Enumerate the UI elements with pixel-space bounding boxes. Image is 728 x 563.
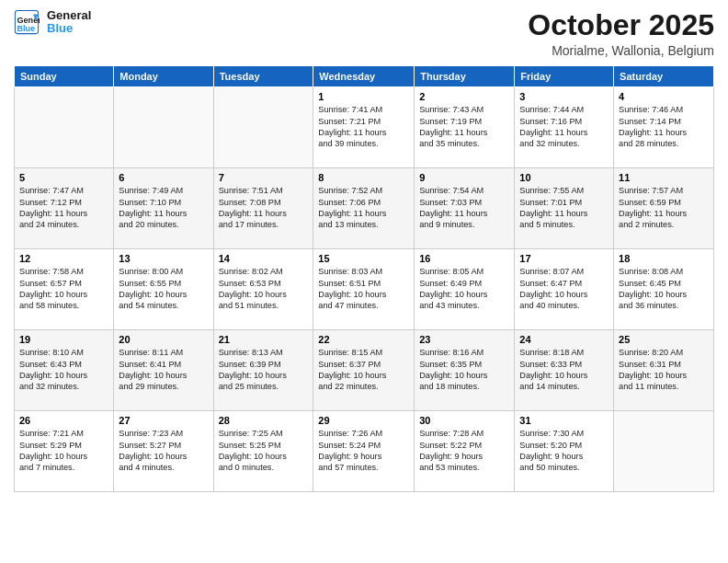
svg-text:Blue: Blue [17,24,36,33]
day-number: 25 [619,334,709,345]
day-number: 2 [419,91,509,102]
day-info: Sunrise: 7:30 AMSunset: 5:20 PMDaylight:… [519,428,609,474]
day-cell: 18Sunrise: 8:08 AMSunset: 6:45 PMDayligh… [614,249,714,330]
day-cell: 15Sunrise: 8:03 AMSunset: 6:51 PMDayligh… [313,249,415,330]
logo-general: General [47,9,91,22]
weekday-tuesday: Tuesday [213,66,313,87]
weekday-thursday: Thursday [415,66,515,87]
day-number: 9 [419,172,509,183]
weekday-monday: Monday [114,66,213,87]
day-number: 22 [318,334,409,345]
day-info: Sunrise: 7:47 AMSunset: 7:12 PMDaylight:… [19,185,108,231]
day-cell: 24Sunrise: 8:18 AMSunset: 6:33 PMDayligh… [515,330,614,411]
day-number: 30 [419,415,509,426]
week-row-2: 5Sunrise: 7:47 AMSunset: 7:12 PMDaylight… [15,168,714,249]
day-number: 26 [19,415,108,426]
day-number: 7 [219,172,309,183]
day-cell: 10Sunrise: 7:55 AMSunset: 7:01 PMDayligh… [515,168,614,249]
day-cell [15,87,114,168]
day-cell: 16Sunrise: 8:05 AMSunset: 6:49 PMDayligh… [415,249,515,330]
day-number: 1 [318,91,409,102]
day-cell: 26Sunrise: 7:21 AMSunset: 5:29 PMDayligh… [15,411,114,492]
day-info: Sunrise: 7:58 AMSunset: 6:57 PMDaylight:… [19,266,108,312]
day-info: Sunrise: 8:10 AMSunset: 6:43 PMDaylight:… [19,347,108,393]
weekday-saturday: Saturday [614,66,714,87]
day-info: Sunrise: 8:18 AMSunset: 6:33 PMDaylight:… [519,347,609,393]
week-row-4: 19Sunrise: 8:10 AMSunset: 6:43 PMDayligh… [15,330,714,411]
day-info: Sunrise: 7:54 AMSunset: 7:03 PMDaylight:… [419,185,509,231]
day-number: 3 [519,91,609,102]
day-info: Sunrise: 7:41 AMSunset: 7:21 PMDaylight:… [318,104,409,150]
weekday-friday: Friday [515,66,614,87]
day-cell: 9Sunrise: 7:54 AMSunset: 7:03 PMDaylight… [415,168,515,249]
day-info: Sunrise: 7:52 AMSunset: 7:06 PMDaylight:… [318,185,409,231]
day-number: 13 [119,253,208,264]
day-number: 19 [19,334,108,345]
month-title: October 2025 [528,9,714,41]
day-info: Sunrise: 7:28 AMSunset: 5:22 PMDaylight:… [419,428,509,474]
header: General Blue General Blue October 2025 M… [14,9,714,58]
day-info: Sunrise: 7:25 AMSunset: 5:25 PMDaylight:… [219,428,309,474]
day-cell: 17Sunrise: 8:07 AMSunset: 6:47 PMDayligh… [515,249,614,330]
calendar: SundayMondayTuesdayWednesdayThursdayFrid… [14,65,714,492]
day-info: Sunrise: 7:57 AMSunset: 6:59 PMDaylight:… [619,185,709,231]
day-number: 29 [318,415,409,426]
location: Morialme, Wallonia, Belgium [528,43,714,58]
day-cell: 8Sunrise: 7:52 AMSunset: 7:06 PMDaylight… [313,168,415,249]
day-cell: 1Sunrise: 7:41 AMSunset: 7:21 PMDaylight… [313,87,415,168]
day-info: Sunrise: 7:55 AMSunset: 7:01 PMDaylight:… [519,185,609,231]
title-block: October 2025 Morialme, Wallonia, Belgium [528,9,714,58]
day-cell: 30Sunrise: 7:28 AMSunset: 5:22 PMDayligh… [415,411,515,492]
day-cell [114,87,213,168]
day-info: Sunrise: 7:44 AMSunset: 7:16 PMDaylight:… [519,104,609,150]
day-number: 8 [318,172,409,183]
day-info: Sunrise: 8:00 AMSunset: 6:55 PMDaylight:… [119,266,208,312]
day-number: 11 [619,172,709,183]
week-row-5: 26Sunrise: 7:21 AMSunset: 5:29 PMDayligh… [15,411,714,492]
day-info: Sunrise: 8:16 AMSunset: 6:35 PMDaylight:… [419,347,509,393]
day-info: Sunrise: 8:02 AMSunset: 6:53 PMDaylight:… [219,266,309,312]
day-number: 27 [119,415,208,426]
day-info: Sunrise: 7:23 AMSunset: 5:27 PMDaylight:… [119,428,208,474]
day-info: Sunrise: 7:43 AMSunset: 7:19 PMDaylight:… [419,104,509,150]
day-cell [614,411,714,492]
day-number: 12 [19,253,108,264]
day-cell: 23Sunrise: 8:16 AMSunset: 6:35 PMDayligh… [415,330,515,411]
day-number: 31 [519,415,609,426]
day-cell: 21Sunrise: 8:13 AMSunset: 6:39 PMDayligh… [213,330,313,411]
day-cell: 5Sunrise: 7:47 AMSunset: 7:12 PMDaylight… [15,168,114,249]
day-cell: 27Sunrise: 7:23 AMSunset: 5:27 PMDayligh… [114,411,213,492]
day-cell: 3Sunrise: 7:44 AMSunset: 7:16 PMDaylight… [515,87,614,168]
day-info: Sunrise: 8:13 AMSunset: 6:39 PMDaylight:… [219,347,309,393]
day-cell: 2Sunrise: 7:43 AMSunset: 7:19 PMDaylight… [415,87,515,168]
day-info: Sunrise: 7:46 AMSunset: 7:14 PMDaylight:… [619,104,709,150]
day-cell: 6Sunrise: 7:49 AMSunset: 7:10 PMDaylight… [114,168,213,249]
day-info: Sunrise: 7:26 AMSunset: 5:24 PMDaylight:… [318,428,409,474]
day-number: 16 [419,253,509,264]
day-number: 5 [19,172,108,183]
day-cell: 29Sunrise: 7:26 AMSunset: 5:24 PMDayligh… [313,411,415,492]
day-info: Sunrise: 7:51 AMSunset: 7:08 PMDaylight:… [219,185,309,231]
day-cell: 31Sunrise: 7:30 AMSunset: 5:20 PMDayligh… [515,411,614,492]
day-cell: 7Sunrise: 7:51 AMSunset: 7:08 PMDaylight… [213,168,313,249]
day-cell: 14Sunrise: 8:02 AMSunset: 6:53 PMDayligh… [213,249,313,330]
day-number: 21 [219,334,309,345]
day-info: Sunrise: 8:11 AMSunset: 6:41 PMDaylight:… [119,347,208,393]
weekday-header-row: SundayMondayTuesdayWednesdayThursdayFrid… [15,66,714,87]
day-cell: 28Sunrise: 7:25 AMSunset: 5:25 PMDayligh… [213,411,313,492]
day-info: Sunrise: 8:07 AMSunset: 6:47 PMDaylight:… [519,266,609,312]
day-info: Sunrise: 8:08 AMSunset: 6:45 PMDaylight:… [619,266,709,312]
day-info: Sunrise: 7:21 AMSunset: 5:29 PMDaylight:… [19,428,108,474]
weekday-sunday: Sunday [15,66,114,87]
day-number: 4 [619,91,709,102]
day-cell: 4Sunrise: 7:46 AMSunset: 7:14 PMDaylight… [614,87,714,168]
day-number: 15 [318,253,409,264]
day-info: Sunrise: 7:49 AMSunset: 7:10 PMDaylight:… [119,185,208,231]
day-cell: 12Sunrise: 7:58 AMSunset: 6:57 PMDayligh… [15,249,114,330]
day-cell: 11Sunrise: 7:57 AMSunset: 6:59 PMDayligh… [614,168,714,249]
day-number: 10 [519,172,609,183]
day-number: 24 [519,334,609,345]
day-cell: 25Sunrise: 8:20 AMSunset: 6:31 PMDayligh… [614,330,714,411]
day-info: Sunrise: 8:15 AMSunset: 6:37 PMDaylight:… [318,347,409,393]
logo-blue: Blue [47,22,91,35]
